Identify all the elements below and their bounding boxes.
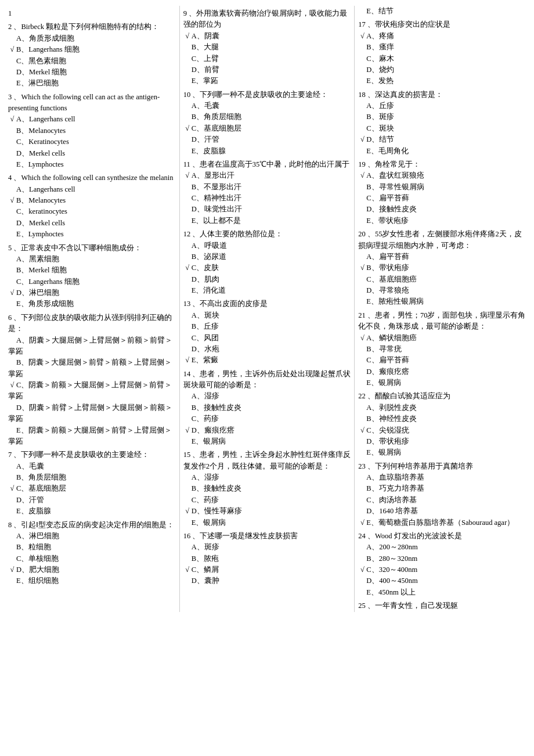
option-item: E、以上都不是	[183, 215, 351, 226]
option-item: B、脓疱	[183, 553, 351, 564]
question-text: 24 、Wood 灯发出的光波波长是	[358, 531, 526, 542]
option-item: D、Merkel 细胞	[8, 67, 176, 78]
check-mark: √	[8, 380, 16, 391]
option-text: D、烧灼	[366, 66, 394, 74]
option-text: D、Merkel cells	[16, 219, 65, 227]
option-text: A、丘疹	[366, 102, 394, 110]
option-item: B、不显形出汗	[183, 182, 351, 193]
option-item: A、斑块	[183, 310, 351, 321]
option-text: D、Merkel cells	[16, 149, 65, 157]
option-text: C、基底细胞层	[192, 124, 241, 132]
option-item: C、单核细胞	[8, 553, 176, 564]
option-item: √D、慢性荨麻疹	[183, 506, 351, 517]
check-mark: √	[8, 564, 16, 575]
option-item: E、银屑病	[183, 436, 351, 447]
option-text: C、扁平苔藓	[366, 194, 409, 202]
option-text: B、粒细胞	[16, 543, 51, 551]
option-item: C、肉汤培养基	[358, 495, 526, 506]
option-text: C、精神性出汗	[192, 194, 241, 202]
option-item: A、淋巴细胞	[8, 531, 176, 542]
question-text: 22 、醋酸白试验其适应症为	[358, 391, 526, 402]
option-item: A、湿疹	[183, 391, 351, 402]
check-mark: √	[8, 114, 16, 125]
option-text: A、斑疹	[192, 543, 219, 551]
option-item: E、组织细胞	[8, 575, 176, 586]
option-item: E、银屑病	[358, 377, 526, 388]
option-text: E、结节	[366, 7, 394, 15]
option-item: C、Keratinocytes	[8, 136, 176, 147]
question-text: 17 、带状疱疹突出的症状是	[358, 19, 526, 30]
option-text: D、慢性荨麻疹	[192, 507, 242, 515]
option-item: B、巧克力培养基	[358, 483, 526, 494]
question-text: 20 、55岁女性患者，左侧腰部水疱伴疼痛2天，皮损病理提示细胞内水肿，可考虑：	[358, 229, 526, 251]
option-item: √C、基底细胞层	[8, 483, 176, 494]
option-item: A、丘疹	[358, 100, 526, 111]
option-item: E、皮脂腺	[8, 506, 176, 517]
option-item: C、扁平苔藓	[358, 193, 526, 204]
option-item: D、Merkel cells	[8, 218, 176, 229]
option-item: A、毛囊	[183, 100, 351, 111]
option-item: E、消化道	[183, 285, 351, 296]
option-text: B、接触性皮炎	[192, 484, 241, 492]
option-text: B、角质层细胞	[192, 113, 241, 121]
column-1: 12 、Birbeck 颗粒是下列何种细胞特有的结构：A、角质形成细胞√B、La…	[5, 6, 180, 612]
option-item: A、黑素细胞	[8, 254, 176, 265]
option-text: B、神经性皮炎	[366, 415, 416, 423]
option-text: C、320～400nm	[366, 566, 417, 574]
option-text: A、毛囊	[16, 462, 44, 470]
option-item: √B、Langerhans 细胞	[8, 44, 176, 55]
option-item: E、角质形成细胞	[8, 298, 176, 309]
option-item: B、泌尿道	[183, 251, 351, 262]
option-item: C、斑块	[358, 123, 526, 134]
option-item: D、1640 培养基	[358, 506, 526, 517]
option-item: D、Merkel cells	[8, 148, 176, 159]
check-mark: √	[358, 564, 366, 575]
check-mark: √	[358, 517, 366, 528]
option-text: C、麻木	[366, 55, 394, 63]
option-text: A、血琼脂培养基	[366, 473, 424, 481]
option-text: D、肥大细胞	[16, 566, 59, 574]
option-text: E、消化道	[192, 286, 226, 294]
option-item: B、粒细胞	[8, 542, 176, 553]
option-text: E、掌跖	[192, 77, 219, 85]
option-text: A、湿疹	[192, 473, 219, 481]
option-item: A、毛囊	[8, 461, 176, 472]
option-text: C、尖锐湿疣	[366, 426, 409, 434]
check-mark: √	[358, 31, 366, 42]
option-text: B、巧克力培养基	[366, 484, 424, 492]
option-item: C、精神性出汗	[183, 193, 351, 204]
check-mark: √	[8, 44, 16, 55]
option-text: C、基底细胞癌	[366, 275, 416, 283]
option-text: D、淋巴细胞	[16, 289, 59, 297]
option-text: E、银屑病	[366, 448, 401, 456]
option-item: √C、鳞屑	[183, 564, 351, 575]
check-mark: √	[8, 483, 16, 494]
option-item: E、发热	[358, 75, 526, 87]
option-text: D、400～450nm	[366, 577, 418, 585]
option-item: B、接触性皮炎	[183, 402, 351, 413]
option-text: D、Merkel 细胞	[16, 68, 67, 76]
option-text: A、疼痛	[366, 32, 394, 40]
option-text: E、毛周角化	[366, 147, 409, 155]
option-text: B、大腿	[192, 43, 219, 51]
option-item: A、呼吸道	[183, 240, 351, 251]
option-item: A、Langerhans cell	[8, 184, 176, 195]
question-text: 4 、Which the following cell can synthesi…	[8, 172, 176, 183]
check-mark: √	[8, 195, 16, 206]
option-text: E、银屑病	[192, 519, 226, 527]
question-text: 13 、不高出皮面的皮疹是	[183, 298, 351, 309]
question-text: 19 、角栓常见于：	[358, 159, 526, 170]
option-item: C、药疹	[183, 495, 351, 506]
check-mark: √	[358, 170, 366, 181]
option-text: D、汗管	[16, 496, 44, 504]
option-item: √D、淋巴细胞	[8, 287, 176, 298]
option-item: E、银屑病	[183, 517, 351, 528]
option-item: E、掌跖	[183, 75, 351, 87]
option-item: D、烧灼	[358, 64, 526, 75]
option-item: √A、显形出汗	[183, 170, 351, 181]
option-item: C、药疹	[183, 413, 351, 424]
option-text: D、水疱	[192, 345, 219, 353]
option-text: C、keratinocytes	[16, 207, 67, 215]
option-item: √B、Melanocytes	[8, 195, 176, 206]
check-mark: √	[183, 31, 192, 42]
